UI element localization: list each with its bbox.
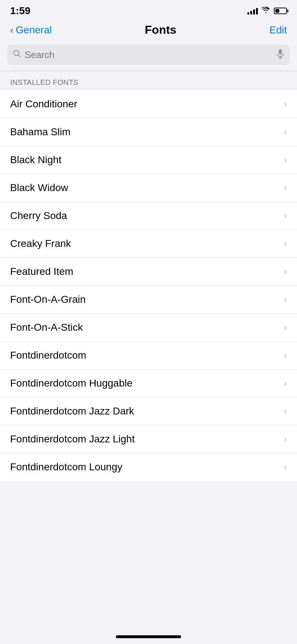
chevron-right-icon: › — [284, 350, 287, 360]
search-input[interactable] — [25, 49, 273, 61]
chevron-right-icon: › — [284, 378, 287, 388]
status-icons — [247, 7, 287, 15]
font-list-item[interactable]: Air Conditioner› — [0, 90, 297, 118]
font-list-item[interactable]: Fontdinerdotcom Jazz Dark› — [0, 397, 297, 425]
font-name: Creaky Frank — [10, 238, 71, 249]
nav-header: ‹ General Fonts Edit — [0, 20, 297, 42]
back-label: General — [16, 24, 52, 36]
font-name: Font-On-A-Stick — [10, 322, 83, 333]
font-name: Bahama Slim — [10, 126, 71, 138]
font-list: Air Conditioner›Bahama Slim›Black Night›… — [0, 90, 297, 481]
chevron-right-icon: › — [284, 267, 287, 277]
font-name: Font-On-A-Grain — [10, 294, 86, 305]
font-name: Fontdinerdotcom Loungy — [10, 461, 122, 473]
chevron-right-icon: › — [284, 462, 287, 472]
font-name: Black Night — [10, 154, 62, 166]
search-container — [0, 42, 297, 71]
search-bar[interactable] — [7, 45, 290, 65]
chevron-right-icon: › — [284, 183, 287, 193]
wifi-icon — [262, 7, 270, 15]
font-list-item[interactable]: Fontdinerdotcom Loungy› — [0, 453, 297, 481]
font-name: Black Widow — [10, 182, 68, 194]
font-list-item[interactable]: Fontdinerdotcom› — [0, 342, 297, 370]
status-bar: 1:59 — [0, 0, 297, 20]
search-icon — [13, 50, 21, 60]
chevron-right-icon: › — [284, 294, 287, 305]
font-name: Fontdinerdotcom Jazz Light — [10, 433, 135, 445]
font-list-item[interactable]: Cherry Soda› — [0, 202, 297, 230]
back-button[interactable]: ‹ General — [10, 24, 52, 36]
chevron-right-icon: › — [284, 406, 287, 416]
chevron-right-icon: › — [284, 211, 287, 221]
battery-icon — [274, 8, 287, 14]
svg-line-1 — [18, 55, 20, 57]
status-time: 1:59 — [10, 5, 30, 17]
font-list-item[interactable]: Black Night› — [0, 146, 297, 174]
font-list-item[interactable]: Fontdinerdotcom Jazz Light› — [0, 425, 297, 453]
chevron-right-icon: › — [284, 155, 287, 165]
font-list-item[interactable]: Bahama Slim› — [0, 118, 297, 146]
font-list-item[interactable]: Font-On-A-Grain› — [0, 286, 297, 314]
font-name: Featured Item — [10, 266, 73, 277]
font-list-item[interactable]: Black Widow› — [0, 174, 297, 202]
chevron-right-icon: › — [284, 99, 287, 109]
font-name: Fontdinerdotcom — [10, 350, 86, 361]
font-name: Air Conditioner — [10, 98, 77, 110]
font-list-item[interactable]: Featured Item› — [0, 258, 297, 286]
installed-fonts-label: INSTALLED FONTS — [10, 78, 78, 86]
font-name: Fontdinerdotcom Jazz Dark — [10, 405, 134, 417]
font-name: Cherry Soda — [10, 210, 67, 222]
chevron-right-icon: › — [284, 434, 287, 444]
chevron-right-icon: › — [284, 127, 287, 137]
edit-button[interactable]: Edit — [269, 24, 287, 36]
microphone-icon[interactable] — [277, 49, 284, 61]
font-list-item[interactable]: Font-On-A-Stick› — [0, 314, 297, 342]
chevron-right-icon: › — [284, 239, 287, 249]
installed-fonts-header: INSTALLED FONTS — [0, 71, 297, 90]
font-list-item[interactable]: Fontdinerdotcom Huggable› — [0, 370, 297, 397]
svg-rect-2 — [279, 49, 282, 54]
font-list-item[interactable]: Creaky Frank› — [0, 230, 297, 258]
chevron-right-icon: › — [284, 322, 287, 333]
home-indicator — [116, 635, 181, 638]
chevron-left-icon: ‹ — [10, 24, 13, 36]
signal-icon — [247, 7, 258, 15]
page-title: Fonts — [145, 23, 176, 37]
font-name: Fontdinerdotcom Huggable — [10, 377, 133, 389]
